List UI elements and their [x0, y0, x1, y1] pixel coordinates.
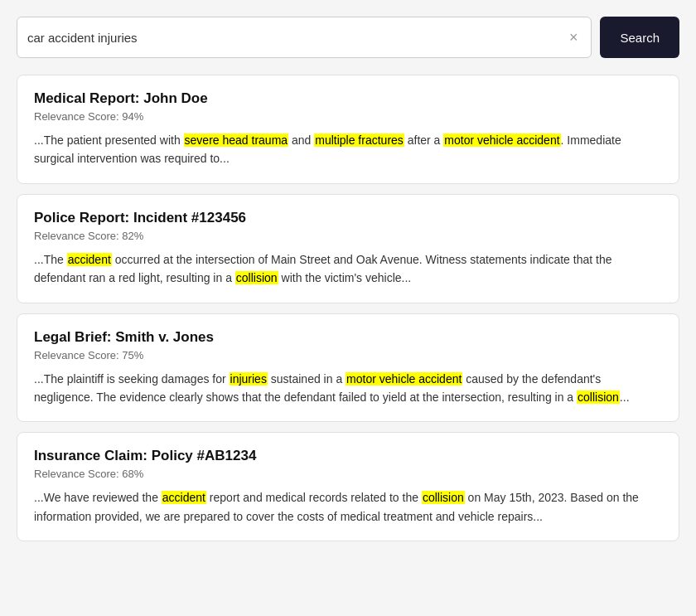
highlight-term: severe head trauma: [184, 133, 289, 147]
highlight-term: accident: [67, 253, 112, 266]
result-card: Police Report: Incident #123456Relevance…: [17, 194, 679, 303]
result-title: Police Report: Incident #123456: [34, 210, 662, 226]
highlight-term: collision: [235, 271, 278, 284]
clear-button[interactable]: ×: [566, 30, 582, 45]
highlight-term: injuries: [230, 372, 268, 386]
result-title: Legal Brief: Smith v. Jones: [34, 329, 662, 346]
result-card: Legal Brief: Smith v. JonesRelevance Sco…: [17, 313, 679, 423]
relevance-score: Relevance Score: 82%: [34, 230, 662, 242]
result-card: Medical Report: John DoeRelevance Score:…: [17, 75, 679, 184]
search-input[interactable]: [27, 31, 566, 45]
highlight-term: collision: [577, 390, 620, 404]
result-snippet: ...The accident occurred at the intersec…: [34, 250, 662, 288]
search-button[interactable]: Search: [600, 17, 679, 58]
highlight-term: multiple fractures: [314, 133, 404, 147]
relevance-score: Relevance Score: 75%: [34, 349, 662, 361]
result-card: Insurance Claim: Policy #AB1234Relevance…: [17, 432, 679, 541]
results-list: Medical Report: John DoeRelevance Score:…: [17, 75, 679, 541]
search-input-wrapper: ×: [17, 17, 592, 58]
highlight-term: accident: [162, 491, 206, 504]
highlight-term: collision: [422, 491, 465, 504]
relevance-score: Relevance Score: 94%: [34, 110, 662, 123]
result-snippet: ...We have reviewed the accident report …: [34, 488, 662, 526]
result-title: Medical Report: John Doe: [34, 90, 662, 107]
relevance-score: Relevance Score: 68%: [34, 468, 662, 480]
result-snippet: ...The plaintiff is seeking damages for …: [34, 370, 662, 407]
result-snippet: ...The patient presented with severe hea…: [34, 131, 662, 168]
search-bar: × Search: [17, 17, 679, 58]
highlight-term: motor vehicle accident: [443, 133, 560, 147]
highlight-term: motor vehicle accident: [346, 372, 462, 386]
result-title: Insurance Claim: Policy #AB1234: [34, 448, 662, 464]
